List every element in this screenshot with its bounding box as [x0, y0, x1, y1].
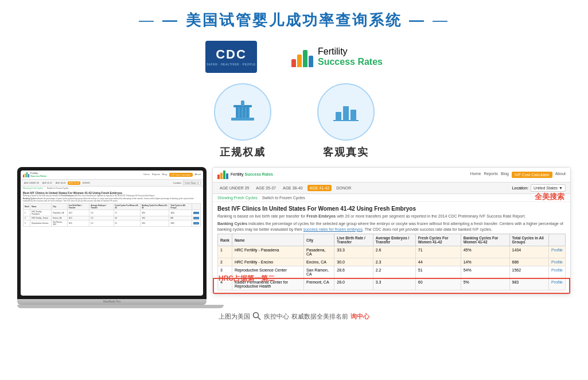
- quansou-label: 全美搜索: [535, 192, 564, 202]
- authority-icon-item: 正规权威: [214, 83, 271, 159]
- bar3-icon: [303, 50, 307, 67]
- bottom-section: Fertility Success Rates Home Reports Blo…: [17, 167, 571, 308]
- fertility-logo: Fertility Success Rates: [291, 46, 383, 67]
- fertility-text: Fertility Success Rates: [318, 46, 383, 67]
- svg-rect-11: [351, 110, 356, 120]
- screen-logo-text: Fertility Success Rates: [30, 172, 46, 177]
- svg-rect-3: [241, 100, 244, 106]
- screen-logo-bars: [23, 172, 29, 177]
- big-nav: Fertility Success Rates Home Reports Blo…: [213, 168, 570, 183]
- laptop-screen: Fertility Success Rates Home Reports Blo…: [21, 170, 203, 296]
- screen-nav-links: Home Reports Blog IVF Cost Calculator Ab…: [143, 173, 201, 177]
- big-screen: Fertility Success Rates Home Reports Blo…: [212, 167, 571, 294]
- big-showing: Showing Fresh Cycles Switch to Frozen Cy…: [213, 194, 570, 202]
- table-row: 2 HRC Fertility - Encino Encino, CA 30.0…: [24, 216, 201, 220]
- svg-rect-0: [231, 118, 254, 121]
- fertility-subtitle: Success Rates: [318, 57, 383, 67]
- icons-row: 正规权威 客观真实: [17, 83, 571, 159]
- svg-rect-9: [336, 112, 341, 120]
- dash-right: —: [409, 11, 426, 29]
- cdc-sub: SAFER · HEALTHIER · PEOPLE: [207, 63, 256, 66]
- screen-tabs: AGE UNDER 38 AGE 35-37 AGE 38-40 AGE 41-…: [21, 180, 203, 187]
- fertility-icon: [291, 46, 313, 67]
- objective-circle: [317, 83, 375, 141]
- switch-frozen[interactable]: Switch to Frozen Cycles: [262, 196, 305, 200]
- table-row: 2 HRC Fertility - Encino Encino, CA 30.0…: [218, 258, 566, 266]
- objective-label: 客观真实: [323, 145, 369, 159]
- screen-table: Rank Name City Live Birth Rate / Transfe…: [23, 203, 201, 227]
- big-logo: Fertility Success Rates: [217, 170, 273, 179]
- hrc-label: HRC占据第一第二: [219, 274, 275, 284]
- big-title: Best IVF Clinics In United States For Wo…: [217, 205, 566, 212]
- barchart-icon: [329, 95, 363, 129]
- table-row: 1 HRC Fertility - Pasadena Pasadena, CA …: [218, 246, 566, 258]
- bar1-icon: [291, 59, 296, 67]
- svg-rect-6: [243, 107, 245, 118]
- logos-row: CDC SAFER · HEALTHIER · PEOPLE Fertility…: [17, 41, 571, 73]
- page-wrapper: — 美国试管婴儿成功率查询系统 — CDC SAFER · HEALTHIER …: [0, 0, 588, 331]
- page-title: — 美国试管婴儿成功率查询系统 —: [17, 10, 571, 30]
- big-para1: Ranking is based on live birth rate per …: [217, 214, 566, 219]
- laptop-base: [17, 299, 207, 305]
- bar2-icon: [297, 55, 302, 67]
- screen-content: Fertility Success Rates Home Reports Blo…: [21, 170, 203, 296]
- table-row: 1 HRC Fertility - Pasadena Pasadena, CA …: [24, 210, 201, 216]
- laptop-mockup: Fertility Success Rates Home Reports Blo…: [17, 167, 207, 308]
- big-nav-tabs: Home Reports Blog IVF Cost Calculator Ab…: [470, 172, 566, 178]
- fertility-title: Fertility: [318, 46, 383, 57]
- showing-fresh: Showing Fresh Cycles: [217, 196, 258, 200]
- bottom-caption: 上图为美国 疾控中心 权威数据全美排名前 询中心: [17, 312, 571, 321]
- svg-line-13: [258, 317, 261, 320]
- big-age-tabs: AGE UNDER 35 AGE 35-37 AGE 38-40 AGE 41-…: [213, 183, 570, 194]
- svg-rect-4: [236, 107, 238, 118]
- location-label: Location:: [512, 186, 528, 190]
- bar4-icon: [309, 56, 313, 67]
- big-logo-bars: [217, 170, 228, 179]
- svg-rect-5: [240, 107, 242, 118]
- authority-circle: [214, 83, 271, 141]
- magnifier-icon: [252, 312, 262, 321]
- building-icon: [225, 95, 260, 129]
- big-logo-text: Fertility Success Rates: [231, 172, 273, 177]
- dash-left: —: [162, 11, 179, 29]
- cdc-logo: CDC SAFER · HEALTHIER · PEOPLE: [205, 41, 257, 73]
- cdc-text: CDC: [216, 48, 247, 61]
- authority-label: 正规权威: [220, 145, 266, 159]
- objective-icon-item: 客观真实: [317, 83, 375, 159]
- laptop-body: Fertility Success Rates Home Reports Blo…: [17, 167, 207, 299]
- svg-rect-8: [333, 120, 359, 121]
- header: — 美国试管婴儿成功率查询系统 —: [17, 10, 571, 30]
- screen-logo: Fertility Success Rates: [23, 172, 46, 177]
- location-select[interactable]: United States ▼: [531, 184, 566, 192]
- laptop-foot: [17, 305, 224, 308]
- table-row: 3 Reproductive Science San Ramon, 28.6 2…: [24, 220, 201, 226]
- svg-rect-7: [247, 107, 248, 118]
- screen-nav: Fertility Success Rates Home Reports Blo…: [21, 170, 203, 180]
- big-para2: Banking Cycles indicates the percentage …: [217, 221, 566, 232]
- svg-point-12: [254, 313, 259, 318]
- svg-rect-10: [343, 106, 349, 120]
